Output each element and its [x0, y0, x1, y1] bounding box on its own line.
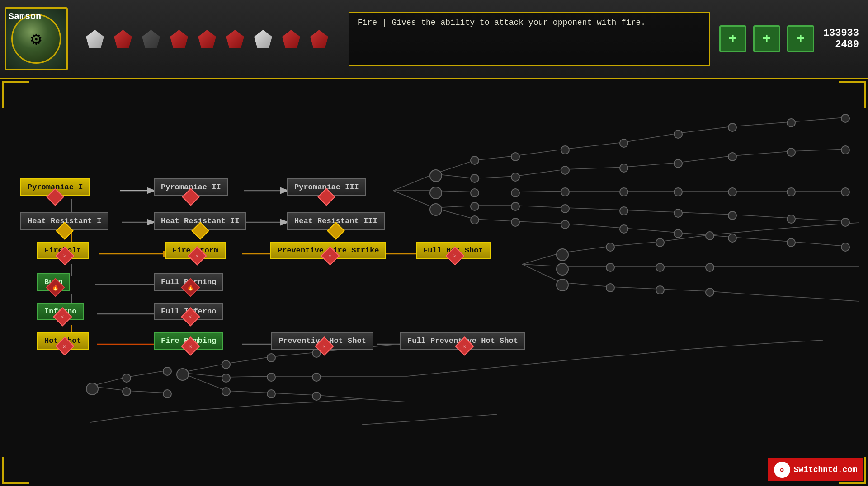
gem-slot-1[interactable] — [84, 28, 106, 50]
net-node-fr3 — [674, 187, 683, 196]
net-node-m4 — [606, 243, 615, 252]
skill-hot-shot[interactable]: Hot Shot ⚔ — [37, 332, 89, 350]
add-button-3[interactable]: + — [787, 25, 814, 52]
player-name: Samson — [9, 11, 41, 22]
net-node-b3 — [222, 374, 231, 383]
svg-line-56 — [791, 149, 845, 151]
net-node-6 — [470, 188, 479, 197]
net-node-20 — [619, 164, 628, 173]
net-node-fr4 — [674, 209, 683, 218]
svg-line-112 — [226, 404, 271, 408]
skill-area: Pyromaniac I Pyromaniac II Pyromaniac II… — [0, 79, 868, 486]
svg-line-19 — [393, 191, 434, 208]
net-node-5 — [470, 174, 479, 183]
svg-line-51 — [732, 151, 791, 156]
skill-pyromaniac2[interactable]: Pyromaniac II — [154, 178, 228, 196]
net-node-fr14 — [787, 215, 796, 224]
gem-slot-9[interactable] — [308, 28, 330, 50]
connections-layer — [0, 79, 868, 486]
net-node-10 — [511, 173, 520, 182]
net-node-m3 — [556, 279, 569, 291]
skill-preventive-fire-strike[interactable]: Preventive Fire Strike ⚔ — [270, 242, 386, 259]
svg-line-62 — [522, 264, 561, 282]
add-button-2[interactable]: + — [753, 25, 780, 52]
net-node-m8 — [656, 263, 665, 272]
svg-line-66 — [610, 242, 660, 246]
net-node-fr17 — [841, 145, 850, 154]
svg-line-54 — [732, 237, 791, 242]
net-node-fr12 — [787, 148, 796, 157]
svg-line-30 — [515, 149, 565, 156]
skill-pyromaniac3[interactable]: Pyromaniac III — [287, 178, 366, 196]
net-node-m11 — [705, 263, 714, 272]
net-node-7 — [470, 202, 479, 211]
svg-line-60 — [522, 253, 561, 264]
svg-line-32 — [515, 191, 565, 192]
net-node-b5 — [267, 353, 276, 362]
svg-line-105 — [633, 350, 678, 355]
svg-line-115 — [362, 421, 407, 425]
svg-line-86 — [226, 391, 271, 393]
svg-line-69 — [660, 235, 710, 242]
skill-heat-resistant1[interactable]: Heat Resistant I — [20, 212, 108, 230]
skill-pyromaniac1[interactable]: Pyromaniac I — [20, 178, 90, 196]
svg-line-58 — [791, 218, 845, 221]
gem-slot-4[interactable] — [168, 28, 190, 50]
gem-slot-6[interactable] — [224, 28, 246, 50]
net-node-fr5 — [674, 229, 683, 238]
net-node-19 — [619, 139, 628, 148]
switch-logo: ⊕ — [774, 462, 790, 478]
skill-burn[interactable]: Burn 🔥 — [37, 273, 70, 291]
svg-line-101 — [452, 367, 497, 372]
add-button-1[interactable]: + — [719, 25, 746, 52]
net-node-fr9 — [728, 211, 737, 220]
skill-inferno[interactable]: Inferno ⚔ — [37, 303, 84, 320]
svg-line-85 — [226, 376, 271, 377]
svg-line-74 — [710, 291, 760, 295]
svg-line-25 — [475, 156, 515, 160]
svg-line-53 — [732, 215, 791, 218]
svg-line-43 — [624, 210, 678, 212]
skill-full-inferno[interactable]: Full Inferno ⚔ — [154, 303, 223, 320]
svg-line-99 — [127, 391, 167, 393]
net-node-bl5 — [163, 389, 172, 398]
corner-decoration-bl — [2, 457, 29, 484]
svg-line-26 — [475, 176, 515, 178]
svg-line-107 — [723, 343, 769, 346]
skill-fire-bombing[interactable]: Fire Bombing ⚔ — [154, 332, 223, 350]
gem-slot-2[interactable] — [112, 28, 134, 50]
net-node-bl2 — [122, 374, 131, 383]
gem-slot-8[interactable] — [280, 28, 302, 50]
skill-preventive-hot-shot[interactable]: Preventive Hot Shot ⚔ — [271, 332, 373, 350]
avatar-frame: Samson ⚙️ — [5, 7, 68, 70]
net-node-fr15 — [787, 238, 796, 247]
svg-line-59 — [791, 242, 845, 246]
svg-line-36 — [565, 167, 624, 169]
net-node-fr18 — [841, 187, 850, 196]
net-node-23 — [619, 224, 628, 234]
svg-line-71 — [660, 289, 710, 291]
net-node-bl3 — [122, 387, 131, 396]
net-node-m10 — [705, 231, 714, 240]
net-node-b1 — [176, 368, 189, 381]
skill-full-preventive-hot-shot[interactable]: Full Preventive Hot Shot ⚔ — [400, 332, 525, 350]
gem-row — [75, 28, 349, 50]
skill-full-hot-shot[interactable]: Full Hot Shot ⚔ — [416, 242, 491, 259]
skill-heat-resistant2[interactable]: Heat Resistant II — [154, 212, 246, 230]
gem-slot-3[interactable] — [140, 28, 162, 50]
svg-line-78 — [814, 223, 859, 226]
skill-fire-storm[interactable]: Fire Storm ⚔ — [165, 242, 226, 259]
net-node-3 — [429, 203, 442, 216]
skill-full-burning[interactable]: Full Burning 🔥 — [154, 273, 223, 291]
skill-heat-resistant3[interactable]: Heat Resistant III — [287, 212, 385, 230]
svg-line-61 — [522, 264, 561, 266]
net-node-m9 — [656, 285, 665, 294]
gem-slot-7[interactable] — [252, 28, 274, 50]
svg-line-104 — [588, 355, 633, 358]
svg-line-100 — [407, 372, 452, 376]
gem-slot-5[interactable] — [196, 28, 218, 50]
net-node-fr6 — [728, 123, 737, 132]
svg-line-55 — [791, 117, 845, 122]
skill-firebolt[interactable]: Firebolt ⚔ — [37, 242, 89, 259]
svg-line-103 — [542, 358, 588, 363]
